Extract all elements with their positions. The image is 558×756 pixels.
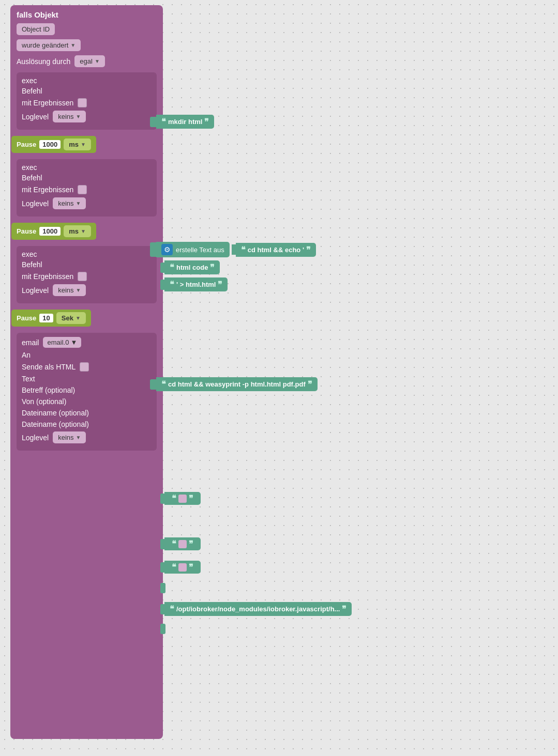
email-label: email — [22, 338, 39, 347]
erstelle-text-block: ⚙ erstelle Text aus — [156, 242, 230, 257]
mit-ergebnissen-checkbox-2[interactable] — [78, 185, 87, 194]
canvas: falls Objekt Object ID wurde geändert ▼ … — [0, 0, 558, 756]
auslosung-arrow: ▼ — [95, 58, 100, 64]
email-block: email email.0 ▼ An Sende als HTML Text — [17, 333, 157, 451]
text-string-block: ❝ ❞ — [164, 537, 201, 550]
sende-als-html-checkbox[interactable] — [80, 362, 89, 372]
mit-ergebnissen-label-3: mit Ergebnissen — [22, 272, 73, 281]
sende-als-html-label: Sende als HTML — [22, 363, 76, 371]
cmd-html-code-text: html code — [176, 264, 208, 271]
exec-label-2: exec — [22, 163, 152, 172]
pause-unit-dropdown-2[interactable]: ms ▼ — [64, 225, 91, 237]
loglevel-dropdown-1[interactable]: keins ▼ — [53, 111, 86, 122]
dateiname-label-1: Dateiname (optional) — [22, 409, 89, 417]
mit-ergebnissen-label-2: mit Ergebnissen — [22, 186, 73, 194]
dateiname-label-2: Dateiname (optional) — [22, 420, 89, 428]
loglevel-dropdown-2[interactable]: keins ▼ — [53, 197, 86, 209]
cmd-html-close-text: ' > html.html — [176, 281, 216, 288]
loglevel-dropdown-3[interactable]: keins ▼ — [53, 284, 86, 296]
main-block: falls Objekt Object ID wurde geändert ▼ … — [10, 5, 163, 739]
von-label: Von (optional) — [22, 397, 66, 406]
cmd-mkdir-text: mkdir html — [168, 118, 202, 126]
pause-block-1: Pause 1000 ms ▼ — [11, 136, 96, 153]
exec-label-1: exec — [22, 76, 152, 85]
cmd-html-code-block: ❝ html code ❞ — [164, 260, 220, 274]
text-label: Text — [22, 375, 35, 383]
pause-unit-dropdown-1[interactable]: ms ▼ — [64, 138, 91, 150]
pause-block-2: Pause 1000 ms ▼ — [11, 223, 96, 240]
loglevel-label-3: Loglevel — [22, 286, 49, 295]
pause-value-1[interactable]: 1000 — [39, 140, 61, 149]
loglevel-label-1: Loglevel — [22, 113, 49, 121]
mit-ergebnissen-checkbox-1[interactable] — [78, 98, 87, 107]
an-string-block: ❝ ❞ — [164, 492, 201, 505]
email-value-dropdown[interactable]: email.0 ▼ — [43, 337, 81, 348]
pause-label-1: Pause — [17, 141, 36, 148]
pause-value-2[interactable]: 1000 — [39, 227, 61, 236]
befehl-label-1: Befehl — [22, 87, 42, 95]
gear-icon: ⚙ — [161, 244, 173, 255]
mit-ergebnissen-label-1: mit Ergebnissen — [22, 99, 73, 107]
pause-block-3: Pause 10 Sek ▼ — [11, 310, 91, 327]
erstelle-text-label: erstelle Text aus — [176, 246, 224, 254]
pause-label-3: Pause — [17, 314, 36, 322]
object-id-badge[interactable]: Object ID — [17, 23, 55, 35]
pause-unit-dropdown-3[interactable]: Sek ▼ — [56, 312, 86, 324]
dropdown-arrow: ▼ — [70, 42, 76, 48]
exec-label-3: exec — [22, 250, 152, 258]
loglevel-dropdown-email[interactable]: keins ▼ — [53, 431, 86, 443]
exec-block-2: exec Befehl mit Ergebnissen Loglevel kei… — [17, 159, 157, 217]
cmd-html-close-block: ❝ ' > html.html ❞ — [164, 277, 228, 291]
betreff-string-block: ❝ ❞ — [164, 561, 201, 574]
cmd-cd-echo-block: ❝ cd html && echo ' ❞ — [236, 243, 316, 257]
cmd-cd-echo-text: cd html && echo ' — [248, 246, 304, 254]
block-title: falls Objekt — [17, 10, 157, 19]
cmd-mkdir-block: ❝ mkdir html ❞ — [156, 115, 214, 129]
auslosung-value-dropdown[interactable]: egal ▼ — [74, 55, 104, 67]
mit-ergebnissen-checkbox-3[interactable] — [78, 272, 87, 281]
exec-block-3: exec Befehl mit Ergebnissen Loglevel kei… — [17, 246, 157, 303]
an-label: An — [22, 351, 31, 359]
wurde-geandert-dropdown[interactable]: wurde geändert ▼ — [17, 39, 81, 51]
pause-value-3[interactable]: 10 — [39, 314, 53, 322]
loglevel-label-email: Loglevel — [22, 434, 49, 442]
pause-label-2: Pause — [17, 227, 36, 235]
befehl-label-2: Befehl — [22, 174, 42, 182]
befehl-label-3: Befehl — [22, 260, 42, 269]
auslosung-label: Auslösung durch — [17, 57, 70, 66]
dateiname-string-block: ❝ /opt/iobroker/node_modules/iobroker.ja… — [164, 602, 352, 616]
cmd-weasyprint-text: cd html && weasyprint -p html.html pdf.p… — [168, 380, 306, 388]
loglevel-label-2: Loglevel — [22, 199, 49, 208]
dateiname-text: /opt/iobroker/node_modules/iobroker.java… — [176, 605, 340, 613]
betreff-label: Betreff (optional) — [22, 386, 75, 394]
exec-block-1: exec Befehl mit Ergebnissen Loglevel kei… — [17, 72, 157, 130]
cmd-weasyprint-block: ❝ cd html && weasyprint -p html.html pdf… — [156, 377, 318, 391]
